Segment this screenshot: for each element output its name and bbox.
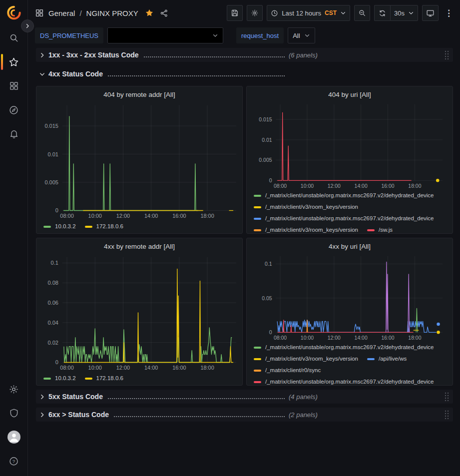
chevron-down-icon [408,10,414,16]
monitor-icon [426,9,435,17]
variable-value-dropdown[interactable]: All [288,27,315,43]
time-range-picker[interactable]: Last 12 hours CST [267,5,350,21]
sidebar-item-dashboards[interactable] [0,74,28,98]
panel-title[interactable]: 404 by remote addr [All] [40,89,238,102]
grafana-logo-icon [6,5,21,20]
svg-text:0.1: 0.1 [51,260,58,266]
legend-item[interactable]: 10.0.3.2 [43,373,76,384]
save-dashboard-button[interactable] [227,5,243,21]
svg-text:18:00: 18:00 [408,183,421,188]
legend-item[interactable]: /_matrix/client/v3/room_keys/version [254,202,358,212]
save-icon [231,9,239,17]
refresh-interval-label: 30s [394,9,405,17]
chart-canvas[interactable]: 00.050.108:0010:0012:0014:0016:0018:00 [251,253,449,342]
svg-text:10:00: 10:00 [301,183,314,188]
chart-legend: 10.0.3.2172.18.0.6 [40,221,238,232]
sidebar-item-server-admin[interactable] [0,401,28,425]
sidebar-item-explore[interactable] [0,98,28,122]
sidebar-item-alerting[interactable] [0,122,28,146]
sidebar-item-starred[interactable] [0,50,28,74]
chevron-down-icon [39,71,45,77]
dashboard-settings-button[interactable] [247,5,263,21]
svg-text:0: 0 [55,207,58,213]
dashboard-topbar: General / NGINX PROXY Last 12 hours CST [28,0,460,26]
breadcrumb-dashboard-title[interactable]: NGINX PROXY [86,9,138,17]
sidebar-bottom-group: ? [0,377,28,473]
svg-text:14:00: 14:00 [355,335,368,340]
series-color-swatch [254,358,261,360]
variable-request-host: request_host All [236,27,315,43]
row-5xx[interactable]: 5xx Status Code (4 panels) [36,390,453,404]
svg-text:18:00: 18:00 [200,365,214,371]
topbar-actions: Last 12 hours CST 30s ⋮ [227,5,455,21]
series-color-swatch [254,381,261,383]
dashboards-grid-icon [9,81,19,91]
svg-text:0.04: 0.04 [48,320,58,326]
dashboard-variables-bar: DS_PROMETHEUS request_host All [28,26,460,45]
breadcrumb: General / NGINX PROXY [35,8,168,17]
row-4xx[interactable]: 4xx Status Code [36,67,453,81]
drag-handle-icon[interactable] [444,50,449,59]
legend-item[interactable]: /_matrix/client/unstable/org.matrix.msc2… [254,213,434,224]
legend-item[interactable]: /_matrix/client/r0/sync [254,365,321,376]
legend-item[interactable]: 172.18.0.6 [85,221,123,232]
star-filled-icon[interactable] [145,8,154,17]
apps-icon [35,8,44,17]
share-icon[interactable] [160,9,168,17]
dotted-leader [114,416,285,417]
panel-title[interactable]: 4xx by remote addr [All] [40,241,238,254]
legend-label: /api/live/ws [379,354,407,364]
svg-text:10:00: 10:00 [88,365,102,371]
variable-value-dropdown[interactable] [107,27,223,43]
refresh-button[interactable] [374,5,390,21]
series-color-swatch [254,229,261,231]
expand-sidebar-button[interactable] [21,19,34,32]
sidebar-item-profile[interactable] [0,425,28,449]
drag-handle-icon[interactable] [444,392,449,401]
legend-item[interactable]: /_matrix/client/unstable/org.matrix.msc2… [254,190,434,201]
svg-text:08:00: 08:00 [60,365,73,371]
timezone-label: CST [325,9,337,16]
panels-grid: 404 by remote addr [All] 00.0050.010.015… [36,86,453,386]
chevron-right-icon [39,412,45,418]
search-icon [9,33,19,43]
series-color-swatch [85,226,92,228]
chart-canvas[interactable]: 00.0050.010.01508:0010:0012:0014:0016:00… [40,102,238,221]
panel-title[interactable]: 4xx by uri [All] [251,241,449,253]
panel-count: (4 panels) [289,393,318,401]
breadcrumb-folder[interactable]: General [48,9,75,17]
legend-label: /_matrix/client/unstable/org.matrix.msc2… [265,342,434,353]
legend-item[interactable]: /_matrix/client/unstable/org.matrix.msc2… [254,377,434,385]
series-color-swatch [43,378,51,380]
refresh-interval-dropdown[interactable]: 30s [390,5,418,21]
series-color-swatch [254,218,261,220]
gear-icon [251,9,259,17]
chevron-right-icon [39,52,45,58]
svg-text:0.005: 0.005 [44,179,58,185]
legend-item[interactable]: 10.0.3.2 [43,221,76,232]
row-6xx[interactable]: 6xx > Status Code (2 panels) [36,408,453,422]
kebab-menu-icon[interactable]: ⋮ [443,8,455,18]
drag-handle-icon[interactable] [444,410,449,419]
legend-item[interactable]: /api/live/ws [367,354,407,364]
legend-label: /_matrix/client/v3/room_keys/version [265,225,358,233]
tv-mode-button[interactable] [422,5,439,21]
main-area: General / NGINX PROXY Last 12 hours CST [28,0,460,476]
svg-text:12:00: 12:00 [328,335,341,340]
sidebar-item-configuration[interactable] [0,377,28,401]
panel-title[interactable]: 404 by uri [All] [251,89,449,101]
row-title: 6xx > Status Code [48,411,109,419]
sidebar-item-help[interactable]: ? [0,449,28,473]
zoom-out-time-button[interactable] [354,5,370,21]
legend-item[interactable]: 172.18.0.6 [85,373,123,384]
chart-canvas[interactable]: 00.0050.010.01508:0010:0012:0014:0016:00… [251,101,449,190]
row-1xx-3xx-2xx[interactable]: 1xx - 3xx - 2xx Status Code (6 panels) [36,48,453,62]
variable-selected-value: All [293,32,300,39]
chart-canvas[interactable]: 00.020.040.060.080.108:0010:0012:0014:00… [40,254,238,373]
legend-item[interactable]: /_matrix/client/v3/room_keys/version [254,354,358,364]
legend-item[interactable]: /sw.js [367,225,393,233]
legend-item[interactable]: /_matrix/client/unstable/org.matrix.msc2… [254,342,434,353]
series-color-swatch [254,206,261,208]
legend-item[interactable]: /_matrix/client/v3/room_keys/version [254,225,358,233]
series-color-swatch [367,229,375,231]
